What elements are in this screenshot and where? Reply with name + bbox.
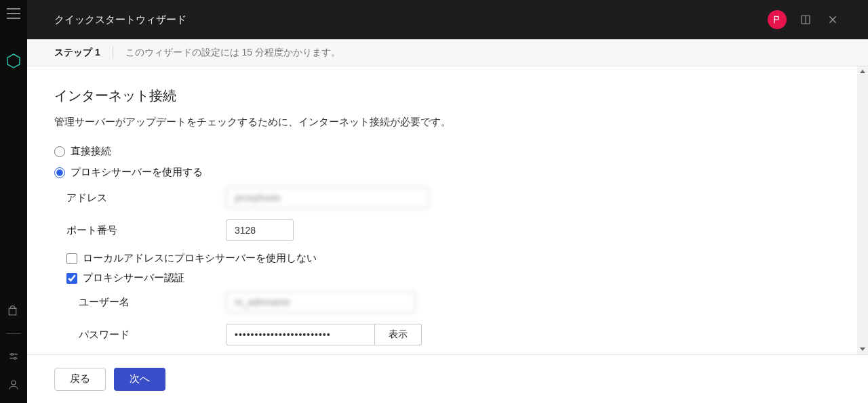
step-separator [113,47,113,59]
flag-icon[interactable] [768,10,787,29]
port-label: ポート番号 [66,224,226,237]
proxy-auth-checkbox[interactable] [66,273,77,284]
proxy-auth-label: プロキシサーバー認証 [83,272,184,284]
user-icon[interactable] [7,379,20,391]
address-label: アドレス [66,192,226,205]
bookmark-icon[interactable] [797,12,814,28]
menu-icon[interactable] [7,8,20,19]
radio-direct[interactable]: 直接接続 [54,145,814,158]
vertical-scrollbar[interactable] [857,66,868,354]
next-button[interactable]: 次へ [114,368,165,391]
password-input[interactable] [226,324,375,345]
username-input[interactable] [226,291,416,313]
proxy-auth-checkbox-row[interactable]: プロキシサーバー認証 [66,272,814,284]
scroll-down-icon[interactable] [860,347,865,351]
shield-hex-icon[interactable] [5,53,22,69]
svg-point-5 [12,381,16,385]
bypass-local-checkbox[interactable] [66,253,77,264]
scroll-up-icon[interactable] [860,70,865,73]
top-bar: クイックスタートウィザード [27,0,868,39]
svg-point-4 [14,358,16,360]
bypass-local-label: ローカルアドレスにプロキシサーバーを使用しない [83,252,317,265]
radio-proxy[interactable]: プロキシサーバーを使用する [54,166,814,179]
radio-direct-label: 直接接続 [71,145,111,158]
step-label: ステップ 1 [54,47,100,59]
steps-bar: ステップ 1 このウィザードの設定には 15 分程度かかります。 [27,39,868,66]
radio-proxy-input[interactable] [54,167,65,178]
radio-proxy-label: プロキシサーバーを使用する [71,166,203,179]
close-icon[interactable] [825,12,841,28]
bypass-local-checkbox-row[interactable]: ローカルアドレスにプロキシサーバーを使用しない [66,252,814,265]
svg-marker-0 [7,54,20,68]
sliders-icon[interactable] [7,350,20,362]
username-label: ユーザー名 [79,296,226,309]
port-input[interactable] [226,219,294,241]
password-label: パスワード [79,328,226,341]
side-rail [0,0,27,403]
back-button[interactable]: 戻る [54,368,106,391]
address-input[interactable] [226,187,429,209]
step-hint: このウィザードの設定には 15 分程度かかります。 [125,47,340,59]
section-title: インターネット接続 [54,87,814,105]
main-panel: クイックスタートウィザード [27,0,868,403]
page-title: クイックスタートウィザード [54,14,186,26]
svg-point-2 [11,354,13,356]
footer-bar: 戻る 次へ [27,354,868,403]
radio-direct-input[interactable] [54,146,65,157]
section-desc: 管理サーバーがアップデートをチェックするために、インターネット接続が必要です。 [54,116,814,129]
bag-icon[interactable] [7,305,20,317]
show-password-button[interactable]: 表示 [375,324,422,345]
